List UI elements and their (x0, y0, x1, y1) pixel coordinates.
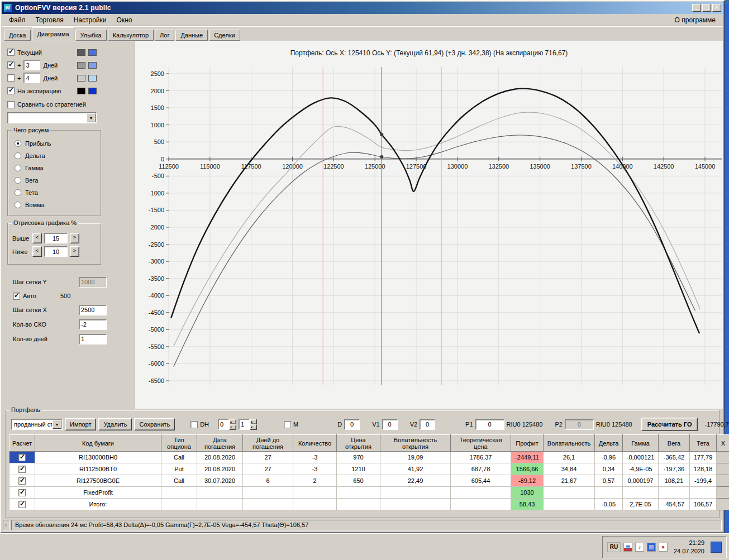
d-field-input[interactable] (344, 419, 360, 430)
range-above-input[interactable] (44, 233, 68, 243)
dh-checkbox[interactable] (190, 421, 198, 428)
draw-option-Вомма[interactable]: Вомма (12, 199, 96, 211)
column-header[interactable]: Количество (293, 435, 337, 452)
row-checkbox[interactable] (18, 454, 26, 461)
column-header[interactable]: Волатильность (544, 435, 595, 452)
expiration-checkbox[interactable] (7, 87, 15, 94)
maximize-button[interactable]: □ (702, 4, 711, 12)
menu-about[interactable]: О программе (670, 15, 721, 26)
dh-spinner-2-input[interactable] (239, 419, 250, 430)
column-header[interactable]: Дата погашения (197, 435, 243, 452)
plus3-checkbox[interactable] (7, 61, 15, 69)
draw-option-Вега[interactable]: Вега (12, 174, 96, 186)
radio-icon[interactable] (15, 140, 21, 147)
v2-field-input[interactable] (420, 419, 435, 430)
row-checkbox[interactable] (18, 466, 26, 473)
row-calc-cell[interactable] (9, 487, 35, 499)
range-below-increase-button[interactable]: > (70, 246, 79, 257)
tab-Диаграмма[interactable]: Диаграмма (32, 27, 74, 41)
grid-x-input[interactable] (79, 305, 107, 315)
tray-chart-icon[interactable]: ▦ (623, 543, 632, 552)
save-button[interactable]: Сохранить (134, 418, 175, 430)
column-header[interactable]: Профит (511, 435, 544, 452)
plus3-days-input[interactable] (23, 60, 40, 70)
row-checkbox[interactable] (18, 489, 26, 496)
days-input[interactable] (79, 334, 107, 344)
tab-Данные[interactable]: Данные (175, 30, 208, 41)
current-checkbox[interactable] (7, 49, 15, 56)
row-delete-button[interactable] (717, 452, 729, 463)
range-below-decrease-button[interactable]: < (32, 246, 42, 257)
column-header[interactable]: Расчет (9, 435, 35, 452)
range-below-input[interactable] (44, 246, 68, 257)
compare-strategy-checkbox[interactable] (7, 101, 15, 108)
row-delete-button[interactable] (717, 463, 729, 475)
calculate-go-button[interactable]: Рассчитать ГО (641, 418, 698, 431)
tray-status-icon[interactable]: ● (659, 543, 668, 552)
sko-input[interactable] (79, 319, 107, 330)
row-delete-button[interactable] (717, 487, 729, 499)
spinner-down-icon[interactable]: ▼ (229, 424, 236, 430)
language-indicator[interactable]: RU (607, 542, 621, 552)
chevron-down-icon[interactable]: ▼ (87, 113, 96, 122)
spinner-down-icon[interactable]: ▼ (250, 424, 257, 430)
row-calc-cell[interactable] (9, 452, 35, 463)
show-desktop-icon[interactable] (711, 542, 722, 553)
plus4-days-input[interactable] (23, 73, 40, 83)
menu-Файл[interactable]: Файл (4, 15, 31, 26)
p1-field-input[interactable] (475, 419, 504, 430)
v1-field-input[interactable] (382, 419, 398, 430)
radio-icon[interactable] (15, 189, 21, 196)
column-header[interactable]: Тип опциона (161, 435, 197, 452)
close-button[interactable]: × (712, 4, 721, 12)
row-calc-cell[interactable] (9, 499, 35, 510)
strategy-combobox[interactable]: ▼ (7, 112, 97, 123)
row-delete-button[interactable] (717, 475, 729, 487)
radio-icon[interactable] (15, 152, 21, 159)
radio-icon[interactable] (15, 202, 21, 208)
column-header[interactable]: Дней до погашения (243, 435, 293, 452)
tab-Калькулятор[interactable]: Калькулятор (108, 30, 154, 41)
menu-Настройки[interactable]: Настройки (69, 15, 112, 26)
draw-option-Гамма[interactable]: Гамма (12, 162, 96, 174)
m-checkbox[interactable] (284, 421, 291, 428)
spinner-up-icon[interactable]: ▲ (250, 419, 257, 424)
column-header[interactable]: Код бумаги (35, 435, 161, 452)
tab-Улыбка[interactable]: Улыбка (75, 30, 107, 41)
import-button[interactable]: Импорт (65, 418, 96, 430)
column-header[interactable]: X (717, 435, 729, 452)
column-header[interactable]: Теоретическая цена (451, 435, 511, 452)
row-calc-cell[interactable] (9, 463, 35, 475)
row-checkbox[interactable] (18, 477, 26, 485)
minimize-button[interactable]: _ (692, 4, 701, 12)
chevron-down-icon[interactable]: ▼ (53, 420, 61, 429)
plus4-checkbox[interactable] (7, 74, 15, 82)
draw-option-Прибыль[interactable]: Прибыль (12, 137, 96, 150)
dh-spinner-1-input[interactable] (218, 419, 229, 430)
column-header[interactable]: Вега (659, 435, 690, 452)
titlebar[interactable]: W OptionFVV версия 2.1 public _ □ × (2, 2, 723, 14)
column-header[interactable]: Волатильность открытия (380, 435, 451, 452)
network-icon[interactable]: ▥ (647, 543, 656, 552)
menu-Торговля[interactable]: Торговля (31, 15, 69, 26)
chart-canvas[interactable]: 25002000150010005000-500-1000-1500-2000-… (135, 61, 723, 398)
p2-field-input[interactable] (565, 419, 594, 430)
column-header[interactable]: Цена открытия (337, 435, 380, 452)
column-header[interactable]: Тета (690, 435, 717, 452)
tab-Сделки[interactable]: Сделки (209, 30, 240, 41)
column-header[interactable]: Гамма (623, 435, 659, 452)
draw-option-Дельта[interactable]: Дельта (12, 150, 96, 162)
tab-Лог[interactable]: Лог (155, 30, 174, 41)
row-delete-button[interactable] (717, 499, 729, 510)
row-calc-cell[interactable] (9, 475, 35, 487)
range-above-decrease-button[interactable]: < (32, 233, 42, 243)
row-checkbox[interactable] (18, 501, 26, 508)
menu-Окно[interactable]: Окно (112, 15, 137, 26)
auto-checkbox[interactable] (13, 293, 20, 300)
radio-icon[interactable] (15, 165, 21, 171)
spinner-up-icon[interactable]: ▲ (229, 419, 236, 424)
range-above-increase-button[interactable]: > (70, 233, 79, 243)
draw-option-Тета[interactable]: Тета (12, 186, 96, 199)
portfolio-type-combobox[interactable]: проданный ст ▼ (11, 419, 63, 430)
radio-icon[interactable] (15, 177, 21, 184)
